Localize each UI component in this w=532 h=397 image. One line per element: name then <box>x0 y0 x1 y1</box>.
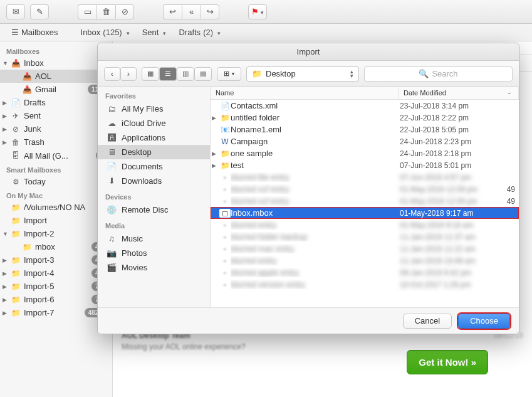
choose-button[interactable]: Choose <box>458 314 510 329</box>
sidebar-item[interactable]: ▶🗑Trash <box>0 135 112 149</box>
reply-all-icon[interactable]: « <box>182 4 201 19</box>
disclosure-icon[interactable]: ▶ <box>212 151 216 157</box>
mailboxes-button[interactable]: ☰ Mailboxes <box>6 26 63 38</box>
disclosure-icon[interactable]: ▶ <box>3 113 7 119</box>
file-row[interactable]: ▫blurred apple entry08-Jan-2018 6:42 pm <box>211 267 519 278</box>
sidebar-item[interactable]: ▼📁Import-2 <box>0 227 112 240</box>
disclosure-icon[interactable]: ▶ <box>3 283 7 290</box>
view-icons-icon[interactable]: ▦ <box>142 67 159 81</box>
sidebar-item[interactable]: 📁Import <box>0 214 112 227</box>
file-row[interactable]: ▫blurred entry01-May-2018 9:16 am <box>211 219 519 231</box>
disclosure-icon[interactable]: ▶ <box>3 310 7 316</box>
finder-sidebar-item[interactable]: 🅰Applications <box>98 130 210 145</box>
file-row[interactable]: ▶📁one sample24-Jun-2018 2:18 pm <box>211 147 519 159</box>
disclosure-icon[interactable]: ▶ <box>3 257 7 263</box>
file-row[interactable]: ▫blurred vcf entry01-May-2018 12:09 pm49 <box>211 183 519 195</box>
file-row[interactable]: ▫blurred mac entry11-Jan-2018 11:22 am <box>211 243 519 255</box>
nav-forward-icon[interactable]: › <box>120 67 137 81</box>
file-date: 11-Jan-2018 11:22 am <box>400 245 476 253</box>
file-row[interactable]: ▶📁test07-Jun-2018 5:01 pm <box>211 159 519 171</box>
disclosure-icon[interactable]: ▶ <box>3 126 7 132</box>
sidebar-item[interactable]: ▶✈Sent <box>0 109 112 122</box>
disclosure-icon[interactable]: ▶ <box>3 270 7 277</box>
sidebar-item[interactable]: ▶📁Import-576 <box>0 280 112 293</box>
sidebar-item[interactable]: ▶📁Import-74826 <box>0 306 112 319</box>
path-selector[interactable]: 📁 Desktop ▴▾ <box>246 66 359 82</box>
file-row[interactable]: ▫blurred folder backup11-Jan-2018 11:37 … <box>211 231 519 243</box>
column-name[interactable]: Name <box>211 87 399 99</box>
flag-icon[interactable]: ⚑ <box>248 4 267 19</box>
file-row[interactable]: 📧Noname1.eml22-Jul-2018 5:05 pm <box>211 124 519 135</box>
reply-icon[interactable]: ↩ <box>163 4 182 19</box>
forward-icon[interactable]: ↪ <box>201 4 219 19</box>
sidebar-item[interactable]: ▶📄Drafts <box>0 96 112 109</box>
sidebar-item[interactable]: 📁mbox49 <box>0 240 112 253</box>
archive-icon[interactable]: ▭ <box>78 4 96 19</box>
cancel-button[interactable]: Cancel <box>403 314 452 329</box>
photos-icon: 📷 <box>107 248 117 258</box>
sidebar-item[interactable]: 📥Gmail117 <box>0 83 112 96</box>
file-row[interactable]: ▫blurred vcf entry01-May-2018 12:09 pm49 <box>211 195 519 207</box>
sidebar-section-header: Mailboxes <box>0 44 112 56</box>
delete-icon[interactable]: 🗑 <box>96 4 115 19</box>
sidebar-item[interactable]: ▶📁Import-674 <box>0 293 112 306</box>
file-row[interactable]: ◻Inbox.mbox01-May-2018 9:17 am <box>211 207 519 219</box>
disclosure-icon[interactable]: ▶ <box>212 115 216 121</box>
view-list-icon[interactable]: ☰ <box>159 67 177 81</box>
finder-sidebar-item[interactable]: 🎬Movies <box>98 260 210 275</box>
disclosure-icon[interactable]: ▶ <box>3 139 7 146</box>
finder-section-header: Media <box>98 217 210 231</box>
file-name: blurred file entry <box>231 172 400 182</box>
sidebar-item-label: mbox <box>35 242 55 251</box>
sidebar-item[interactable]: ⚙Today <box>0 175 112 188</box>
group-by-button[interactable]: ⊞▾ <box>217 67 241 81</box>
gear-icon: ⚙ <box>11 177 20 186</box>
file-row[interactable]: ▫blurred file entry07-Jun-2018 4:57 pm <box>211 171 519 183</box>
get-mail-icon[interactable]: ✉ <box>6 4 25 19</box>
finder-sidebar-item[interactable]: ⬇Downloads <box>98 174 210 188</box>
finder-sidebar-item[interactable]: ♫Music <box>98 231 210 246</box>
nav-back-icon[interactable]: ‹ <box>104 67 120 81</box>
disclosure-icon[interactable]: ▶ <box>212 162 216 169</box>
sidebar-item[interactable]: ▶📁Import-349 <box>0 253 112 267</box>
finder-sidebar-item[interactable]: ☁iCloud Drive <box>98 116 210 130</box>
finder-sidebar-item[interactable]: 💿Remote Disc <box>98 203 210 217</box>
file-row[interactable]: ▫blurred version entry10-Oct-2017 1:28 p… <box>211 278 519 290</box>
file-list: Name Date Modified ⌄ 📄Contacts.xml23-Jul… <box>211 87 519 307</box>
disclosure-icon[interactable]: ▼ <box>3 231 8 237</box>
tab-drafts[interactable]: Drafts (2) <box>174 26 226 38</box>
sidebar-item[interactable]: 📁/Volumes/NO NA <box>0 201 112 214</box>
sidebar-item[interactable]: ▶📁Import-449 <box>0 267 112 280</box>
sidebar-item[interactable]: ▼📥Inbox <box>0 56 112 70</box>
search-input[interactable]: 🔍 Search <box>364 66 513 82</box>
disclosure-icon[interactable]: ▶ <box>3 100 7 106</box>
tab-inbox[interactable]: Inbox (125) <box>76 26 135 38</box>
file-list-body[interactable]: 📄Contacts.xml23-Jul-2018 3:14 pm▶📁untitl… <box>211 100 519 307</box>
finder-sidebar-item[interactable]: 📷Photos <box>98 246 210 260</box>
view-columns-icon[interactable]: ▥ <box>177 67 194 81</box>
file-name: Inbox.mbox <box>231 208 400 218</box>
sidebar-item[interactable]: ▶⊘Junk <box>0 122 112 135</box>
main-toolbar: ✉ ✎ ▭ 🗑 ⊘ ↩ « ↪ ⚑ <box>0 0 532 24</box>
file-row[interactable]: WCampaign24-Jun-2018 2:23 pm <box>211 135 519 147</box>
disclosure-icon[interactable]: ▶ <box>3 297 7 303</box>
finder-sidebar-label: Applications <box>122 133 165 142</box>
file-extra: 49 <box>501 185 515 194</box>
file-row[interactable]: ▫blurred entry11-Jan-2018 10:49 am <box>211 255 519 267</box>
finder-sidebar-item[interactable]: 🖥Desktop <box>98 145 210 159</box>
junk-icon[interactable]: ⊘ <box>115 4 134 19</box>
finder-sidebar-item[interactable]: 🗂All My Files <box>98 102 210 116</box>
disclosure-icon[interactable]: ▼ <box>3 60 8 66</box>
tab-sent[interactable]: Sent <box>137 26 172 38</box>
file-row[interactable]: 📄Contacts.xml23-Jul-2018 3:14 pm <box>211 100 519 112</box>
promo-button[interactable]: Get it Now! » <box>407 350 488 374</box>
sidebar-item[interactable]: 🗄All Mail (G...1 <box>0 149 112 162</box>
compose-icon[interactable]: ✎ <box>30 4 49 19</box>
file-name: blurred mac entry <box>231 244 400 253</box>
column-date[interactable]: Date Modified ⌄ <box>399 87 519 99</box>
finder-sidebar-item[interactable]: 📄Documents <box>98 159 210 174</box>
sidebar-item[interactable]: 📥AOL <box>0 70 112 83</box>
xml-icon: 📄 <box>219 102 231 110</box>
view-gallery-icon[interactable]: ▤ <box>194 67 212 81</box>
file-row[interactable]: ▶📁untitled folder22-Jul-2018 2:22 pm <box>211 112 519 124</box>
